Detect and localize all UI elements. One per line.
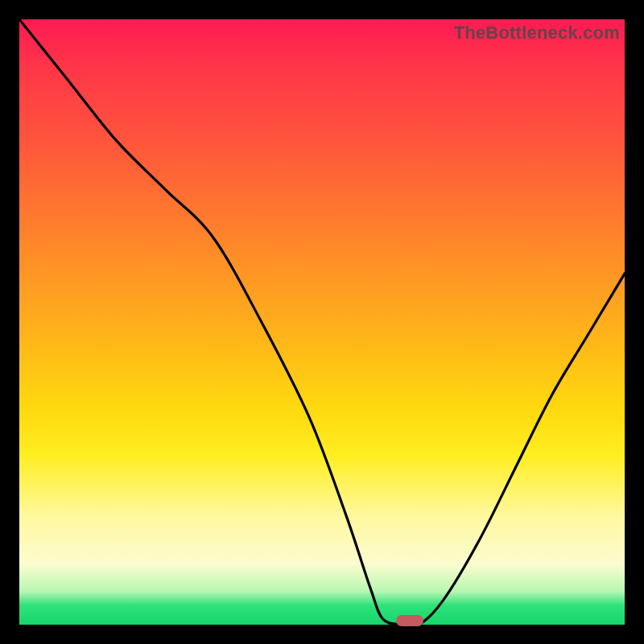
chart-frame: TheBottleneck.com — [0, 0, 644, 644]
optimal-marker — [396, 615, 423, 626]
bottleneck-curve — [19, 19, 625, 625]
plot-area: TheBottleneck.com — [19, 19, 625, 625]
